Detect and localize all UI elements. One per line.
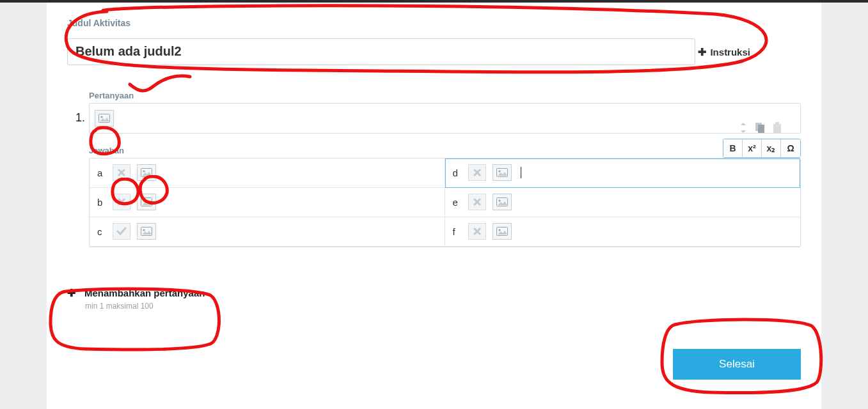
delete-icon[interactable] <box>772 121 782 134</box>
svg-point-13 <box>498 229 500 231</box>
answer-x-button[interactable] <box>113 194 130 210</box>
answer-cell-e[interactable]: e <box>445 188 801 217</box>
svg-rect-15 <box>758 125 764 133</box>
subscript-button[interactable]: x₂ <box>762 139 781 157</box>
svg-point-7 <box>143 199 145 201</box>
answer-x-button[interactable] <box>113 164 130 181</box>
answer-cell-c[interactable]: c <box>90 217 445 247</box>
question-number: 1. <box>67 91 89 125</box>
answer-image-button[interactable] <box>137 223 156 240</box>
jawaban-label: Jawaban <box>89 146 124 155</box>
answer-image-button[interactable] <box>137 164 156 181</box>
answer-x-button[interactable] <box>468 164 486 181</box>
answer-image-button[interactable] <box>493 194 512 210</box>
bold-button[interactable]: B <box>723 139 743 157</box>
answer-image-button[interactable] <box>493 164 512 181</box>
superscript-button[interactable]: x² <box>743 139 762 157</box>
add-question-sublabel: min 1 maksimal 100 <box>85 302 801 311</box>
svg-point-3 <box>143 170 145 172</box>
question-input-row[interactable] <box>89 103 801 134</box>
omega-button[interactable]: Ω <box>781 139 800 157</box>
image-icon <box>99 114 110 123</box>
add-question-button[interactable]: ✚ Menambahkan pertanyaan <box>67 287 801 299</box>
answers-grid: adbecf <box>89 158 801 247</box>
answer-letter: f <box>453 226 462 237</box>
reorder-icon[interactable] <box>739 121 748 134</box>
answer-letter: b <box>97 197 106 208</box>
selesai-button[interactable]: Selesai <box>673 349 801 380</box>
answer-cell-d[interactable]: d <box>445 158 801 188</box>
answer-check-button[interactable] <box>113 223 130 240</box>
answer-letter: a <box>97 167 106 178</box>
text-caret <box>521 167 521 178</box>
answer-letter: d <box>453 167 462 178</box>
svg-point-11 <box>143 229 145 231</box>
activity-title-input[interactable] <box>67 38 695 65</box>
answer-letter: e <box>453 197 462 208</box>
answer-image-button[interactable] <box>137 194 156 210</box>
answer-image-button[interactable] <box>493 223 512 240</box>
svg-point-5 <box>498 170 500 172</box>
answer-x-button[interactable] <box>468 194 486 210</box>
activity-title-label: Judul Aktivitas <box>67 18 801 28</box>
answer-cell-b[interactable]: b <box>90 188 445 217</box>
svg-point-9 <box>498 199 500 201</box>
pertanyaan-label: Pertanyaan <box>89 91 801 100</box>
duplicate-icon[interactable] <box>754 121 766 134</box>
question-image-button[interactable] <box>95 110 114 127</box>
add-instruksi-button[interactable]: ✚ Instruksi <box>698 46 750 58</box>
add-question-label: Menambahkan pertanyaan <box>84 288 205 298</box>
format-toolbar: B x² x₂ Ω <box>723 139 801 158</box>
plus-icon: ✚ <box>698 46 706 58</box>
instruksi-label: Instruksi <box>710 47 750 58</box>
plus-icon: ✚ <box>67 287 75 299</box>
answer-cell-a[interactable]: a <box>90 158 445 188</box>
answer-x-button[interactable] <box>468 223 486 240</box>
svg-point-1 <box>100 116 102 118</box>
answer-cell-f[interactable]: f <box>445 217 801 247</box>
answer-letter: c <box>97 226 106 237</box>
